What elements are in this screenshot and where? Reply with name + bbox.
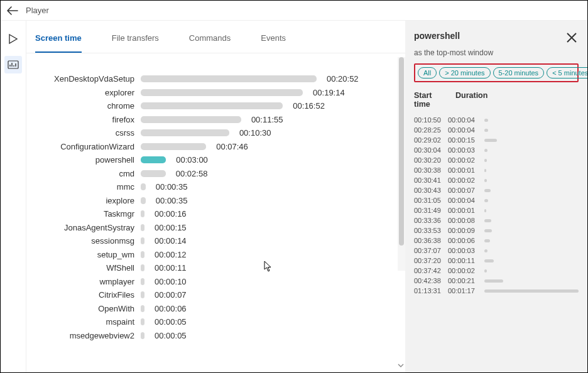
details-row[interactable]: 00:37:4200:00:02	[414, 266, 579, 276]
details-row[interactable]: 00:36:3800:00:06	[414, 235, 579, 246]
chart-row[interactable]: chrome00:16:52	[26, 99, 393, 113]
back-arrow-icon[interactable]	[7, 5, 18, 16]
details-row[interactable]: 00:10:5000:00:04	[414, 115, 579, 125]
chart-row[interactable]: ConfigurationWizard00:07:46	[26, 140, 393, 154]
details-bar	[484, 169, 486, 172]
filter-all[interactable]: All	[418, 67, 437, 78]
details-duration: 00:00:04	[448, 116, 482, 124]
details-row[interactable]: 00:30:4100:00:02	[414, 175, 579, 185]
details-start: 00:30:43	[414, 186, 448, 194]
details-start: 00:31:49	[414, 207, 448, 214]
details-start: 00:36:38	[414, 237, 448, 244]
details-start: 00:42:38	[414, 277, 448, 284]
details-bar	[484, 259, 494, 262]
chart-row[interactable]: OpenWith00:00:06	[26, 302, 393, 316]
chart-row-duration: 00:00:14	[155, 236, 187, 246]
details-row[interactable]: 00:30:4300:00:07	[414, 185, 579, 195]
details-start: 00:37:42	[414, 267, 448, 274]
details-duration: 00:00:01	[448, 207, 482, 214]
chart-row[interactable]: msedgewebview200:00:05	[26, 329, 393, 343]
sidebar	[1, 21, 26, 372]
chart-row-bar	[141, 129, 229, 136]
chart-row-bar	[141, 183, 146, 190]
chart-row-duration: 00:00:10	[155, 277, 187, 286]
chart-row[interactable]: JonasAgentSystray00:00:15	[26, 221, 393, 235]
chart-row-label: msedgewebview2	[26, 331, 141, 340]
chart-row[interactable]: CitrixFiles00:00:07	[26, 288, 393, 302]
play-icon[interactable]	[6, 32, 20, 46]
chart-row[interactable]: cmd00:02:58	[26, 167, 393, 181]
chart-row-label: WfShell	[26, 263, 141, 273]
chart-row[interactable]: wmplayer00:00:10	[26, 275, 393, 289]
tab-file-transfers[interactable]: File transfers	[112, 33, 159, 53]
filter-5to20[interactable]: 5-20 minutes	[493, 67, 545, 78]
details-duration: 00:00:11	[448, 257, 482, 264]
chart-row[interactable]: Taskmgr00:00:16	[26, 207, 393, 221]
tab-commands[interactable]: Commands	[189, 33, 231, 53]
details-row[interactable]: 00:30:2000:00:02	[414, 155, 579, 165]
chart-row-duration: 00:00:35	[156, 182, 188, 192]
details-start: 00:30:41	[414, 176, 448, 184]
chart-row[interactable]: sessionmsg00:00:14	[26, 234, 393, 248]
chart-row-label: csrss	[26, 128, 141, 138]
chart-row[interactable]: mspaint00:00:05	[26, 315, 393, 329]
chart-row[interactable]: setup_wm00:00:12	[26, 248, 393, 262]
details-row[interactable]: 00:42:3800:00:21	[414, 276, 579, 286]
chart-row-label: firefox	[26, 115, 141, 124]
details-row[interactable]: 00:29:0200:00:15	[414, 135, 579, 145]
tabs: Screen time File transfers Commands Even…	[26, 21, 405, 53]
details-row[interactable]: 00:33:5300:00:09	[414, 225, 579, 235]
details-rows: 00:10:5000:00:0400:28:2500:00:0400:29:02…	[414, 115, 579, 296]
chart-row-duration: 00:19:14	[313, 88, 345, 97]
chart-row[interactable]: mmc00:00:35	[26, 180, 393, 194]
details-row[interactable]: 00:30:3800:00:01	[414, 165, 579, 175]
chart-row-bar	[141, 102, 283, 109]
chart-row[interactable]: explorer00:19:14	[26, 86, 393, 100]
filter-lt5[interactable]: < 5 minutes	[547, 67, 588, 78]
chart-row[interactable]: csrss00:10:30	[26, 126, 393, 140]
details-row[interactable]: 01:13:3100:01:17	[414, 286, 579, 296]
details-bar	[484, 229, 492, 232]
chart-row[interactable]: firefox00:11:55	[26, 113, 393, 127]
chart-row-label: iexplore	[26, 196, 141, 205]
close-icon[interactable]	[565, 31, 579, 45]
details-bar	[484, 129, 488, 132]
col-duration: Duration	[455, 91, 487, 109]
details-row[interactable]: 00:28:2500:00:04	[414, 125, 579, 135]
details-row[interactable]: 00:33:3600:00:08	[414, 215, 579, 225]
stats-icon[interactable]	[4, 56, 22, 73]
tab-screen-time[interactable]: Screen time	[35, 33, 82, 53]
details-duration: 00:00:02	[448, 156, 482, 164]
details-row[interactable]: 00:30:0400:00:03	[414, 145, 579, 155]
details-duration: 00:00:03	[448, 146, 482, 154]
filter-row: All > 20 minutes 5-20 minutes < 5 minute…	[414, 63, 579, 82]
details-duration: 00:00:03	[448, 247, 482, 254]
chart-row-bar	[141, 278, 144, 285]
details-bar	[484, 219, 491, 222]
chart-row-bar	[141, 332, 144, 339]
chart-row-bar	[141, 291, 144, 298]
chart-row[interactable]: iexplore00:00:35	[26, 194, 393, 208]
details-bar	[484, 189, 491, 192]
scroll-down-icon[interactable]	[398, 361, 405, 369]
chart-row-bar	[141, 89, 303, 96]
tab-events[interactable]: Events	[261, 33, 286, 53]
chart-row-label: powershell	[26, 155, 141, 165]
details-start: 00:28:25	[414, 126, 448, 134]
details-row[interactable]: 00:37:2000:00:11	[414, 256, 579, 266]
scrollbar-track[interactable]	[398, 57, 405, 271]
chart-row[interactable]: powershell00:03:00	[26, 153, 393, 167]
details-row[interactable]: 00:31:0500:00:04	[414, 195, 579, 205]
details-row[interactable]: 00:31:4900:00:01	[414, 205, 579, 215]
left-panel: Screen time File transfers Commands Even…	[26, 21, 405, 372]
details-start: 00:37:07	[414, 247, 448, 254]
details-start: 01:13:31	[414, 287, 448, 295]
scrollbar-thumb[interactable]	[399, 57, 404, 246]
chart-row[interactable]: WfShell00:00:11	[26, 261, 393, 275]
details-start: 00:33:36	[414, 217, 448, 224]
details-row[interactable]: 00:37:0700:00:03	[414, 246, 579, 256]
details-start: 00:30:38	[414, 166, 448, 174]
details-duration: 00:00:08	[448, 217, 482, 224]
chart-row[interactable]: XenDesktopVdaSetup00:20:52	[26, 72, 393, 86]
filter-gt20[interactable]: > 20 minutes	[439, 67, 490, 78]
